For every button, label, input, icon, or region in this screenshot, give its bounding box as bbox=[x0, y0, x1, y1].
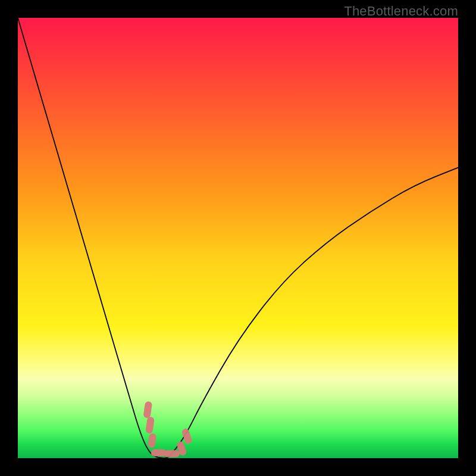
watermark-text: TheBottleneck.com bbox=[344, 4, 458, 19]
svg-rect-2 bbox=[148, 433, 156, 448]
svg-rect-3 bbox=[151, 449, 167, 456]
svg-rect-6 bbox=[181, 428, 192, 444]
svg-rect-1 bbox=[145, 416, 155, 434]
svg-rect-0 bbox=[143, 401, 152, 418]
bottleneck-curve bbox=[18, 18, 458, 458]
chart-plot-area bbox=[18, 18, 458, 458]
marker-cluster bbox=[143, 401, 192, 458]
svg-rect-4 bbox=[164, 450, 180, 458]
curve-line bbox=[18, 18, 458, 458]
